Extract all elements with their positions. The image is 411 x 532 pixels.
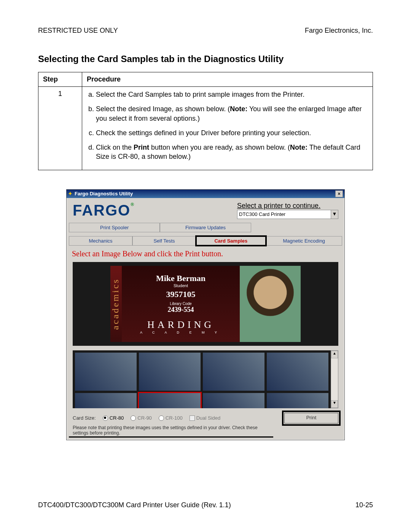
thumbnail-8[interactable]	[267, 393, 328, 408]
thumbnail-selected[interactable]	[139, 393, 201, 408]
thumbnail-7[interactable]	[203, 393, 264, 408]
card-library-code: 2439-554	[122, 306, 240, 314]
thumbnail-1[interactable]	[75, 353, 137, 391]
close-icon[interactable]: ×	[335, 190, 343, 197]
selected-sample-preview: academics Mike Berman Student 3957105 Li…	[73, 262, 338, 346]
fargo-logo: FARGO®	[73, 202, 135, 219]
tab-firmware-updates[interactable]: Firmware Updates	[160, 223, 251, 232]
app-icon: ✦	[68, 191, 72, 197]
diagnostics-window: ✦ Fargo Diagnostics Utility × FARGO® Sel…	[66, 189, 345, 440]
thumbnail-4[interactable]	[267, 353, 328, 391]
scroll-up-icon[interactable]: ▲	[331, 351, 338, 358]
tab-print-spooler[interactable]: Print Spooler	[69, 223, 160, 232]
footer-left: DTC400/DTC300/DTC300M Card Printer User …	[38, 501, 231, 509]
thumbnail-5[interactable]	[75, 393, 137, 408]
card-role: Student	[122, 283, 240, 288]
step-b: Select the desired Image, as shown below…	[96, 104, 368, 123]
thumbnail-2[interactable]	[139, 353, 201, 391]
card-side-text: academics	[110, 266, 122, 342]
card-photo	[240, 266, 301, 342]
procedure-table: Step Procedure 1 Select the Card Samples…	[38, 72, 373, 170]
card-size-label: Card Size:	[73, 415, 96, 421]
card-school: HARDING	[122, 319, 240, 331]
instruction-heading: Select an Image Below and click the Prin…	[69, 246, 342, 260]
thumbnails-scrollbar[interactable]: ▲ ▼	[331, 350, 338, 408]
header-right: Fargo Electronics, Inc.	[305, 27, 373, 35]
printer-dropdown[interactable]: DTC300 Card Printer ▼	[237, 210, 338, 219]
step-number: 1	[38, 87, 82, 170]
section-title: Selecting the Card Samples tab in the Di…	[38, 54, 373, 64]
col-procedure: Procedure	[82, 72, 373, 87]
tab-mechanics[interactable]: Mechanics	[69, 236, 132, 246]
card-library-label: Library Code	[122, 302, 240, 306]
step-d: Click on the Print button when you are r…	[96, 143, 368, 161]
card-school-sub: A C A D E M Y	[122, 331, 240, 334]
step-a: Select the Card Samples tab to print sam…	[96, 90, 368, 99]
tab-card-samples[interactable]: Card Samples	[196, 236, 266, 246]
print-button[interactable]: Print	[284, 413, 338, 423]
card-name: Mike Berman	[122, 273, 240, 283]
scroll-down-icon[interactable]: ▼	[331, 400, 338, 408]
bottom-note: Please note that printing these images u…	[69, 424, 273, 438]
header-left: RESTRICTED USE ONLY	[38, 27, 118, 35]
radio-cr100[interactable]: CR-100	[159, 415, 183, 421]
step-c: Check the settings defined in your Drive…	[96, 128, 368, 137]
procedure-cell: Select the Card Samples tab to print sam…	[82, 87, 373, 170]
tab-magnetic-encoding[interactable]: Magnetic Encoding	[266, 236, 342, 246]
printer-dropdown-value: DTC300 Card Printer	[239, 211, 285, 217]
sample-thumbnails	[73, 350, 331, 408]
checkbox-dual-sided[interactable]: Dual Sided	[190, 415, 221, 421]
scroll-track[interactable]	[331, 358, 338, 400]
select-printer-label: Select a printer to continue.	[237, 202, 338, 210]
titlebar-text: Fargo Diagnostics Utility	[75, 191, 133, 197]
thumbnail-3[interactable]	[203, 353, 264, 391]
chevron-down-icon[interactable]: ▼	[331, 210, 338, 219]
radio-cr80[interactable]: CR-80	[103, 415, 124, 421]
tab-self-tests[interactable]: Self Tests	[132, 236, 196, 246]
col-step: Step	[38, 72, 82, 87]
titlebar: ✦ Fargo Diagnostics Utility ×	[67, 190, 344, 198]
card-number: 3957105	[122, 289, 240, 299]
radio-cr90[interactable]: CR-90	[131, 415, 152, 421]
footer-right: 10-25	[355, 501, 373, 509]
